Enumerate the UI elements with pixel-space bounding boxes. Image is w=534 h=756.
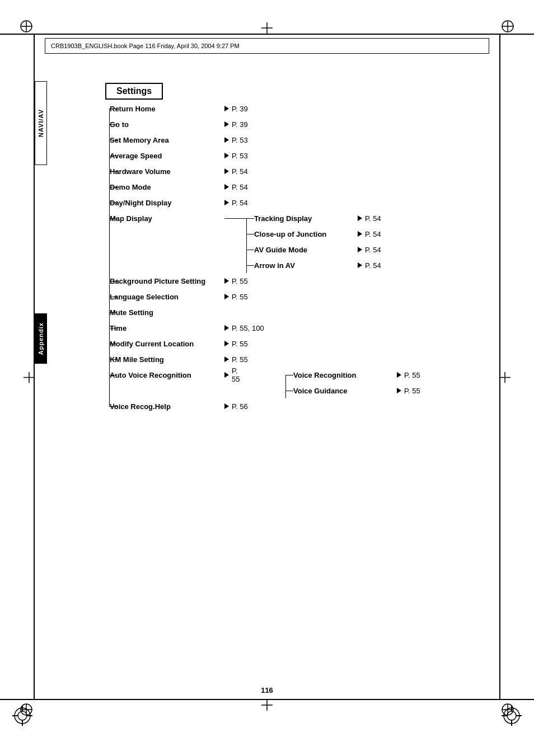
label-voice-recog-help: Voice Recog.Help bbox=[110, 402, 224, 411]
row-language-selection: Language Selection P. 55 bbox=[56, 289, 481, 304]
ref-time: P. 55, 100 bbox=[224, 324, 264, 332]
row-return-home: Return Home P. 39 bbox=[56, 101, 481, 116]
row-demo-mode: Demo Mode P. 54 bbox=[56, 179, 481, 195]
row-set-memory-area: Set Memory Area P. 53 bbox=[56, 132, 481, 148]
label-tracking-display: Tracking Display bbox=[254, 214, 358, 223]
ref-day-night-display: P. 54 bbox=[224, 199, 248, 207]
label-background-picture: Background Picture Setting bbox=[110, 277, 224, 285]
svg-point-10 bbox=[18, 711, 27, 720]
svg-point-19 bbox=[507, 711, 516, 720]
sub-row-close-up-junction: Close-up of Junction P. 54 bbox=[246, 226, 381, 242]
ref-demo-mode: P. 54 bbox=[224, 183, 248, 191]
label-time: Time bbox=[110, 324, 224, 332]
row-average-speed: Average Speed P. 53 bbox=[56, 148, 481, 163]
label-average-speed: Average Speed bbox=[110, 152, 224, 160]
row-auto-voice-recognition: Auto Voice Recognition P. 55 Voice Recog… bbox=[56, 367, 481, 398]
ref-return-home: P. 39 bbox=[224, 105, 248, 113]
label-day-night-display: Day/Night Display bbox=[110, 199, 224, 207]
header-info: CRB1903B_ENGLISH.book Page 116 Friday, A… bbox=[45, 38, 489, 54]
ref-km-mile-setting: P. 55 bbox=[224, 355, 248, 364]
label-map-display: Map Display bbox=[110, 214, 224, 223]
ref-language-selection: P. 55 bbox=[224, 293, 248, 301]
row-map-display: Map Display Tracking Display P. 54 Close… bbox=[56, 210, 481, 273]
row-voice-recog-help: Voice Recog.Help P. 56 bbox=[56, 398, 481, 414]
label-voice-guidance: Voice Guidance bbox=[293, 387, 397, 395]
label-mute-setting: Mute Setting bbox=[110, 308, 224, 317]
label-hardware-volume: Hardware Volume bbox=[110, 167, 224, 176]
page-border-bottom bbox=[0, 699, 534, 700]
label-arrow-in-av: Arrow in AV bbox=[254, 261, 358, 270]
sub-items-auto-voice: Voice Recognition P. 55 Voice Guidance P… bbox=[285, 367, 420, 398]
ref-set-memory-area: P. 53 bbox=[224, 136, 248, 144]
ref-modify-current-location: P. 55 bbox=[224, 340, 248, 348]
sub-row-tracking-display: Tracking Display P. 54 bbox=[246, 210, 381, 226]
page-border-top bbox=[0, 34, 534, 35]
sub-row-voice-recognition: Voice Recognition P. 55 bbox=[285, 367, 420, 383]
row-km-mile-setting: KM Mile Setting P. 55 bbox=[56, 351, 481, 367]
settings-title: Settings bbox=[105, 83, 163, 100]
row-background-picture: Background Picture Setting P. 55 bbox=[56, 273, 481, 289]
label-demo-mode: Demo Mode bbox=[110, 183, 224, 191]
label-return-home: Return Home bbox=[110, 105, 224, 113]
label-voice-recognition: Voice Recognition bbox=[293, 371, 397, 379]
label-modify-current-location: Modify Current Location bbox=[110, 340, 224, 348]
settings-title-box: Settings bbox=[105, 83, 163, 100]
sub-row-arrow-in-av: Arrow in AV P. 54 bbox=[246, 257, 381, 273]
ref-background-picture: P. 55 bbox=[224, 277, 248, 285]
row-time: Time P. 55, 100 bbox=[56, 320, 481, 336]
row-hardware-volume: Hardware Volume P. 54 bbox=[56, 163, 481, 179]
label-km-mile-setting: KM Mile Setting bbox=[110, 355, 224, 364]
page-number: 116 bbox=[261, 686, 273, 694]
sub-items-map-display: Tracking Display P. 54 Close-up of Junct… bbox=[246, 210, 381, 273]
page-border-right bbox=[499, 34, 500, 700]
ref-go-to: P. 39 bbox=[224, 120, 248, 129]
label-go-to: Go to bbox=[110, 120, 224, 129]
label-set-memory-area: Set Memory Area bbox=[110, 136, 224, 144]
row-go-to: Go to P. 39 bbox=[56, 116, 481, 132]
sub-row-voice-guidance: Voice Guidance P. 55 bbox=[285, 383, 420, 398]
appendix-label: Appendix bbox=[35, 313, 47, 364]
label-close-up-junction: Close-up of Junction bbox=[254, 230, 358, 238]
ref-average-speed: P. 53 bbox=[224, 152, 248, 160]
row-mute-setting: Mute Setting bbox=[56, 304, 481, 320]
label-language-selection: Language Selection bbox=[110, 293, 224, 301]
row-modify-current-location: Modify Current Location P. 55 bbox=[56, 336, 481, 351]
ref-voice-recog-help: P. 56 bbox=[224, 402, 248, 411]
row-day-night-display: Day/Night Display P. 54 bbox=[56, 195, 481, 210]
header-text: CRB1903B_ENGLISH.book Page 116 Friday, A… bbox=[51, 43, 240, 49]
label-auto-voice-recognition: Auto Voice Recognition bbox=[110, 371, 224, 379]
sub-row-av-guide-mode: AV Guide Mode P. 54 bbox=[246, 242, 381, 257]
ref-hardware-volume: P. 54 bbox=[224, 167, 248, 176]
label-av-guide-mode: AV Guide Mode bbox=[254, 246, 358, 254]
navi-av-label: NAVI/AV bbox=[35, 81, 47, 165]
menu-diagram: Return Home P. 39 Go to P. 39 Set Memory… bbox=[56, 101, 481, 414]
